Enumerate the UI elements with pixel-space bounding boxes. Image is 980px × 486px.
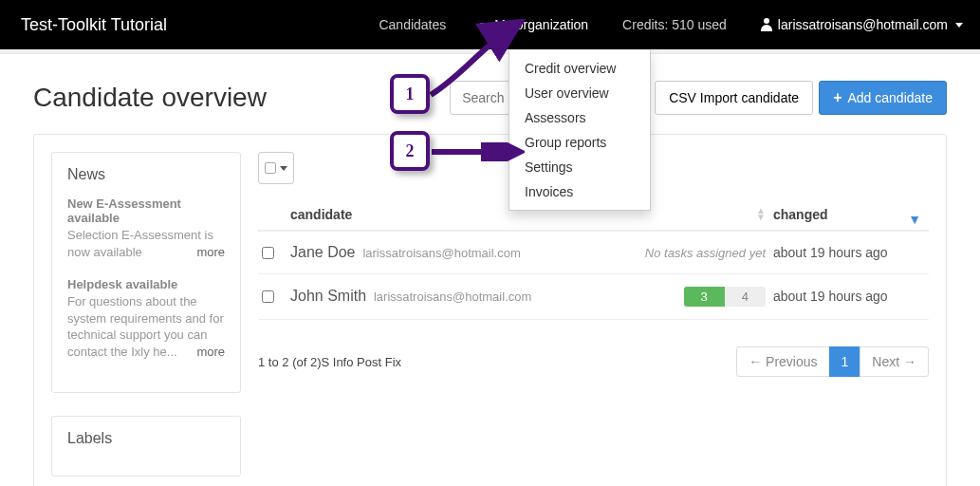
nav-user-label: larissatroisans@hotmail.com — [778, 17, 948, 32]
table-footer: 1 to 2 (of 2)S Info Post Fix ← Previous … — [258, 346, 929, 377]
labels-heading: Labels — [67, 430, 225, 447]
no-tasks-text: No tasks assigned yet — [645, 246, 766, 260]
th-checkbox-col — [262, 207, 290, 222]
dd-group-reports[interactable]: Group reports — [509, 130, 650, 155]
row-tasks: No tasks assigned yet — [621, 245, 773, 260]
caret-down-icon — [955, 23, 963, 28]
user-icon — [761, 18, 772, 31]
row-candidate[interactable]: John Smith larissatroisans@hotmail.com — [290, 288, 621, 305]
news-item: Helpdesk available For questions about t… — [67, 277, 225, 360]
pager-next[interactable]: Next → — [860, 346, 929, 377]
th-changed[interactable]: ▲▼ changed ▼ — [773, 207, 925, 222]
row-tasks: 3 4 — [621, 287, 773, 307]
page-info-range: 1 to 2 (of 2) — [258, 355, 321, 369]
table-row: Jane Doe larissatroisans@hotmail.com No … — [258, 232, 929, 274]
row-checkbox[interactable] — [262, 290, 274, 303]
candidate-name: John Smith — [290, 288, 366, 304]
checkbox-icon — [265, 162, 276, 174]
caret-down-icon — [280, 166, 287, 171]
brand-title: Test-Toolkit Tutorial — [21, 0, 186, 49]
dd-settings[interactable]: Settings — [509, 155, 650, 179]
row-candidate[interactable]: Jane Doe larissatroisans@hotmail.com — [290, 244, 621, 261]
news-item-head: Helpdesk available — [67, 277, 225, 291]
nav-credits[interactable]: Credits: 510 used — [605, 0, 744, 49]
pager: ← Previous 1 Next → — [737, 346, 929, 377]
csv-import-label: CSV Import candidate — [669, 90, 799, 105]
main-area: Candidate overview CSV Import candidate … — [0, 54, 980, 486]
nav-user-menu[interactable]: larissatroisans@hotmail.com — [744, 0, 980, 49]
candidate-email: larissatroisans@hotmail.com — [374, 290, 531, 304]
page-info-suffix: S Info Post Fix — [321, 355, 401, 369]
dd-assessors[interactable]: Assessors — [509, 105, 650, 130]
dd-credit-overview[interactable]: Credit overview — [509, 56, 650, 81]
candidate-email: larissatroisans@hotmail.com — [362, 246, 520, 260]
tasks-done-badge: 3 — [684, 287, 725, 307]
row-changed: about 19 hours ago — [773, 245, 925, 260]
add-candidate-label: Add candidate — [847, 90, 933, 105]
th-changed-label: changed — [773, 207, 828, 222]
news-item-body: Selection E-Assessment is now available … — [67, 227, 225, 260]
row-checkbox[interactable] — [262, 247, 274, 259]
annotation-arrow-1 — [426, 17, 530, 103]
add-candidate-button[interactable]: + Add candidate — [819, 81, 947, 115]
tasks-total-badge: 4 — [725, 287, 766, 307]
candidate-name: Jane Doe — [290, 244, 356, 260]
annotation-step-2-label: 2 — [406, 141, 415, 161]
csv-import-button[interactable]: CSV Import candidate — [655, 81, 813, 115]
sort-desc-icon: ▼ — [908, 212, 921, 227]
news-card: News New E-Assessment available Selectio… — [51, 152, 241, 393]
news-heading: News — [67, 166, 225, 183]
task-badge-group: 3 4 — [684, 287, 766, 307]
annotation-step-1-label: 1 — [406, 84, 415, 104]
plus-icon: + — [833, 90, 841, 105]
news-body-text: Selection E-Assessment is now available — [67, 228, 213, 259]
news-item-head: New E-Assessment available — [67, 196, 225, 225]
news-more-link[interactable]: more — [196, 344, 225, 361]
page-info: 1 to 2 (of 2)S Info Post Fix — [258, 355, 401, 369]
labels-card: Labels — [51, 416, 241, 477]
dd-user-overview[interactable]: User overview — [509, 81, 650, 105]
annotation-step-1: 1 — [390, 74, 430, 114]
content-panel: News New E-Assessment available Selectio… — [33, 134, 947, 486]
pager-page-1[interactable]: 1 — [829, 346, 861, 377]
row-checkbox-cell — [262, 245, 290, 260]
row-checkbox-cell — [262, 289, 290, 304]
table-row: John Smith larissatroisans@hotmail.com 3… — [258, 274, 929, 320]
annotation-step-2: 2 — [390, 131, 430, 171]
bulk-select-button[interactable] — [258, 152, 294, 184]
row-changed: about 19 hours ago — [773, 289, 925, 304]
news-more-link[interactable]: more — [196, 244, 225, 261]
nav-credits-label: Credits: 510 used — [622, 17, 727, 32]
sort-arrows-icon: ▲▼ — [756, 207, 766, 220]
news-item: New E-Assessment available Selection E-A… — [67, 196, 225, 260]
news-item-body: For questions about the system requireme… — [67, 293, 225, 360]
dd-invoices[interactable]: Invoices — [509, 179, 650, 204]
pager-prev[interactable]: ← Previous — [736, 346, 829, 377]
annotation-arrow-2 — [430, 142, 525, 161]
sidebar: News New E-Assessment available Selectio… — [51, 152, 241, 486]
